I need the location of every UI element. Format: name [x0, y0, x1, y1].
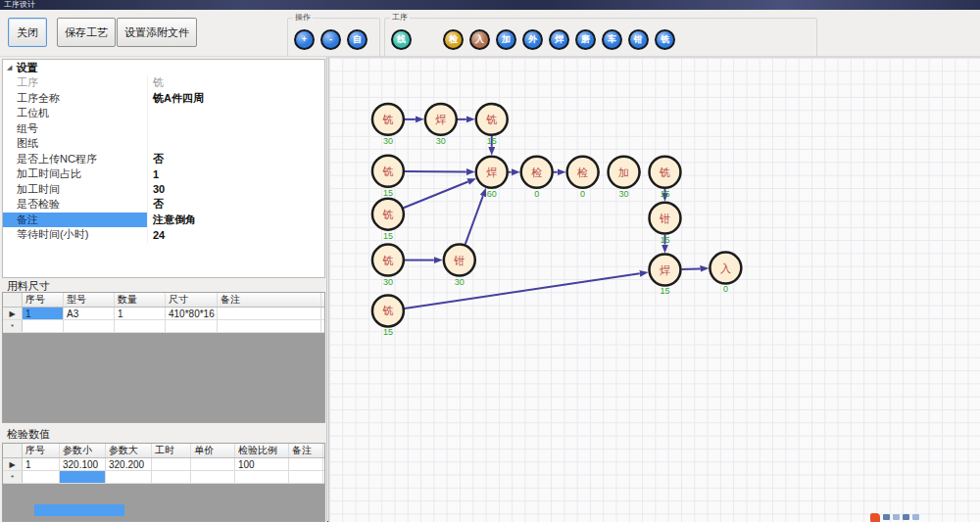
column-header[interactable]: 尺寸: [166, 293, 218, 307]
column-header[interactable]: 序号: [23, 444, 60, 457]
cell[interactable]: [152, 458, 191, 470]
property-value[interactable]: 否: [148, 152, 324, 167]
cell[interactable]: [235, 471, 289, 483]
process-node-钳[interactable]: 钳30: [444, 245, 475, 287]
property-row[interactable]: 组号: [3, 121, 324, 137]
property-row[interactable]: 工序全称铣A件四周: [3, 91, 324, 107]
process-node-铣[interactable]: 铣30: [372, 104, 404, 146]
process-flow-canvas[interactable]: 铣30焊30铣15铣15铣15铣30钳30铣15焊60检0检0加30铣15钳15…: [328, 57, 980, 522]
property-value[interactable]: [148, 106, 324, 121]
cell[interactable]: [106, 471, 152, 483]
tool-mill-button[interactable]: 铣: [655, 29, 675, 50]
new-row[interactable]: *: [3, 320, 324, 333]
tool-process-button[interactable]: 加: [496, 29, 516, 50]
tool-add-button[interactable]: +: [294, 29, 315, 50]
tool-remove-button[interactable]: -: [320, 29, 341, 50]
property-row[interactable]: 图纸: [3, 136, 324, 152]
table-row[interactable]: ▶1A31410*80*16: [3, 308, 324, 320]
process-node-焊[interactable]: 焊60: [476, 157, 508, 199]
property-row[interactable]: 加工时间30: [3, 182, 324, 198]
process-node-铣[interactable]: 铣15: [372, 295, 404, 337]
property-value[interactable]: 30: [148, 182, 324, 198]
property-value[interactable]: [148, 121, 324, 137]
cell[interactable]: [60, 471, 106, 483]
column-header[interactable]: 备注: [289, 444, 323, 457]
cell[interactable]: 1: [23, 458, 60, 470]
save-process-button[interactable]: 保存工艺: [57, 18, 116, 47]
close-button[interactable]: 关闭: [8, 18, 47, 47]
cell[interactable]: [191, 458, 235, 470]
new-row[interactable]: *: [3, 471, 324, 484]
tool-lathe-button[interactable]: 车: [602, 29, 622, 50]
property-row[interactable]: 加工时间占比1: [3, 166, 324, 182]
cell[interactable]: A3: [64, 308, 115, 319]
process-node-焊[interactable]: 焊15: [650, 255, 681, 297]
column-header[interactable]: 数量: [115, 293, 166, 307]
cell[interactable]: [23, 320, 64, 332]
cell[interactable]: 410*80*16: [166, 308, 218, 319]
cell[interactable]: [64, 320, 115, 332]
cell[interactable]: [23, 471, 60, 483]
column-header[interactable]: 检验比例: [235, 444, 289, 457]
tool-wire-button[interactable]: 线: [391, 29, 412, 50]
tool-fitter-button[interactable]: 钳: [628, 29, 649, 50]
property-value[interactable]: [148, 136, 324, 152]
tool-weld-button[interactable]: 焊: [549, 29, 569, 50]
process-node-检[interactable]: 检0: [567, 157, 599, 199]
cell[interactable]: [289, 471, 323, 483]
cell[interactable]: 320.100: [60, 458, 106, 470]
tool-auto-button[interactable]: 自: [347, 29, 368, 50]
process-node-铣[interactable]: 铣15: [476, 104, 508, 146]
inspection-values-section-label: 检验数值: [7, 427, 50, 442]
cell[interactable]: [152, 471, 191, 483]
process-node-铣[interactable]: 铣15: [372, 156, 404, 198]
process-node-加[interactable]: 加30: [609, 157, 640, 199]
property-row[interactable]: 备注注意倒角: [3, 213, 324, 228]
selected-cell-highlight[interactable]: [34, 504, 124, 516]
cell[interactable]: [218, 320, 321, 332]
settings-category-header[interactable]: ◢ 设置: [3, 60, 324, 75]
table-row[interactable]: ▶1320.100320.200100: [3, 458, 324, 471]
property-value[interactable]: 铣A件四周: [148, 91, 324, 107]
cell[interactable]: 320.200: [106, 458, 152, 470]
cell[interactable]: [191, 471, 235, 483]
process-node-入[interactable]: 入0: [710, 253, 741, 295]
property-value[interactable]: 铣: [148, 75, 324, 91]
window-title: 工序设计: [4, 0, 35, 9]
column-header[interactable]: 序号: [23, 293, 64, 307]
tool-inspect-button[interactable]: 检: [443, 29, 464, 50]
property-row[interactable]: 工位机: [3, 106, 324, 121]
column-header[interactable]: 参数小: [60, 444, 106, 457]
property-value[interactable]: 24: [148, 227, 324, 243]
process-node-铣[interactable]: 铣15: [372, 199, 404, 241]
property-row[interactable]: 是否上传NC程序否: [3, 152, 324, 167]
property-row[interactable]: 是否检验否: [3, 197, 324, 213]
cell[interactable]: 1: [23, 308, 64, 319]
column-header[interactable]: 单价: [191, 444, 235, 457]
property-value[interactable]: 否: [148, 197, 324, 213]
titlebar[interactable]: 工序设计: [0, 0, 980, 10]
column-header[interactable]: 参数大: [106, 444, 152, 457]
column-header[interactable]: 工时: [152, 444, 191, 457]
property-value[interactable]: 1: [148, 166, 324, 182]
column-header[interactable]: 型号: [64, 293, 115, 307]
column-header[interactable]: 备注: [218, 293, 321, 307]
property-row[interactable]: 等待时间(小时)24: [3, 227, 324, 243]
tool-grind-button[interactable]: 磨: [575, 29, 596, 50]
cell[interactable]: 100: [235, 458, 289, 470]
cell[interactable]: 1: [115, 308, 166, 319]
cell[interactable]: [166, 320, 218, 332]
process-node-焊[interactable]: 焊30: [425, 104, 457, 146]
process-node-铣[interactable]: 铣30: [372, 245, 404, 287]
cell[interactable]: [289, 458, 323, 470]
process-node-钳[interactable]: 钳15: [650, 203, 681, 245]
set-attachment-button[interactable]: 设置添附文件: [117, 18, 197, 47]
process-node-铣[interactable]: 铣15: [650, 157, 681, 199]
property-row[interactable]: 工序铣: [3, 75, 324, 91]
process-node-检[interactable]: 检0: [521, 157, 553, 199]
tool-storage-in-button[interactable]: 入: [469, 29, 490, 50]
tool-outsource-button[interactable]: 外: [522, 29, 543, 50]
property-value[interactable]: 注意倒角: [148, 213, 324, 228]
cell[interactable]: [218, 308, 321, 319]
cell[interactable]: [115, 320, 166, 332]
